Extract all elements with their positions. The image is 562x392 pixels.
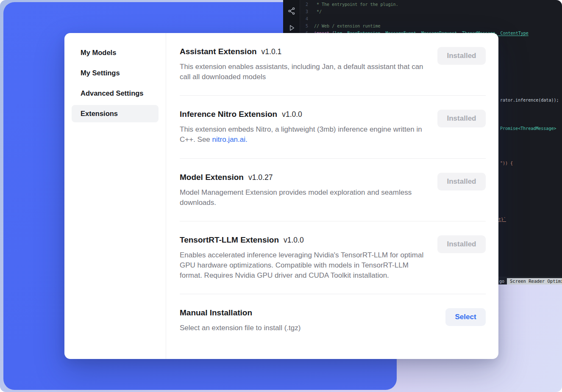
- status-text: go: [499, 279, 504, 284]
- code-lines: 2 * The entrypoint for the plugin. 3 */ …: [300, 1, 562, 37]
- extension-description: Model Management Extension provides mode…: [180, 188, 425, 208]
- select-file-button[interactable]: Select: [445, 308, 486, 326]
- code-fragment: Promise<ThreadMessage>: [500, 126, 556, 131]
- code-fragment: t}`: [498, 217, 506, 222]
- marketing-canvas: 2 * The entrypoint for the plugin. 3 */ …: [0, 0, 562, 392]
- line-number: 3: [300, 9, 314, 14]
- share-icon[interactable]: [287, 7, 296, 15]
- code-line: 4: [300, 15, 562, 22]
- manual-installation-row: Manual Installation Select an extension …: [180, 294, 486, 333]
- sidebar-item-my-models[interactable]: My Models: [72, 44, 159, 61]
- code-fragment: ")) {: [500, 161, 513, 166]
- installed-button[interactable]: Installed: [437, 235, 486, 253]
- line-number: 4: [300, 17, 314, 21]
- sidebar-item-extensions[interactable]: Extensions: [72, 105, 159, 122]
- extension-row-model: Model Extension v1.0.27 Model Management…: [180, 159, 486, 221]
- extension-version: v1.0.27: [248, 173, 273, 182]
- installed-button[interactable]: Installed: [437, 47, 486, 65]
- settings-sidebar: My Models My Settings Advanced Settings …: [64, 33, 166, 359]
- extension-description: This extension enables assistants, inclu…: [180, 62, 425, 82]
- line-number: 5: [300, 24, 314, 28]
- code-line: 3 */: [300, 8, 562, 15]
- extension-row-tensorrt-llm: TensortRT-LLM Extension v1.0.0 Enables a…: [180, 221, 486, 294]
- sidebar-item-advanced-settings[interactable]: Advanced Settings: [72, 85, 159, 102]
- extension-description: Enables accelerated inference leveraging…: [180, 250, 425, 281]
- extension-version: v1.0.0: [284, 236, 304, 245]
- extension-row-inference-nitro: Inference Nitro Extension v1.0.0 This ex…: [180, 96, 486, 158]
- installed-button[interactable]: Installed: [437, 173, 486, 190]
- extensions-panel: Assistant Extension v1.0.1 This extensio…: [166, 33, 498, 359]
- code-fragment: rator.inference(data));: [500, 98, 559, 102]
- code-comment: // Web / extension runtime: [314, 24, 381, 28]
- extension-title: Model Extension: [180, 173, 244, 182]
- installed-button[interactable]: Installed: [437, 110, 486, 127]
- extension-title: Inference Nitro Extension: [180, 110, 277, 119]
- code-line: 2 * The entrypoint for the plugin.: [300, 1, 562, 8]
- extension-version: v1.0.1: [262, 47, 282, 56]
- manual-installation-title: Manual Installation: [180, 308, 252, 317]
- extension-row-assistant: Assistant Extension v1.0.1 This extensio…: [180, 33, 486, 96]
- code-comment: */: [314, 9, 322, 14]
- nitro-jan-ai-link[interactable]: nitro.jan.ai.: [212, 135, 248, 144]
- extension-title: Assistant Extension: [180, 47, 257, 56]
- code-line: 5 // Web / extension runtime: [300, 22, 562, 30]
- sidebar-item-my-settings[interactable]: My Settings: [72, 64, 159, 82]
- code-comment: * The entrypoint for the plugin.: [314, 2, 398, 7]
- screen-reader-optimize-badge[interactable]: Screen Reader Optimize: [507, 278, 562, 284]
- manual-installation-description: Select an extension file to install (.tg…: [180, 323, 300, 333]
- extension-title: TensortRT-LLM Extension: [180, 235, 279, 245]
- extension-description: This extension embeds Nitro, a lightweig…: [180, 124, 425, 145]
- line-number: 2: [300, 2, 314, 7]
- extension-version: v1.0.0: [282, 110, 302, 119]
- settings-modal: My Models My Settings Advanced Settings …: [64, 33, 498, 359]
- run-debug-icon[interactable]: [287, 24, 296, 32]
